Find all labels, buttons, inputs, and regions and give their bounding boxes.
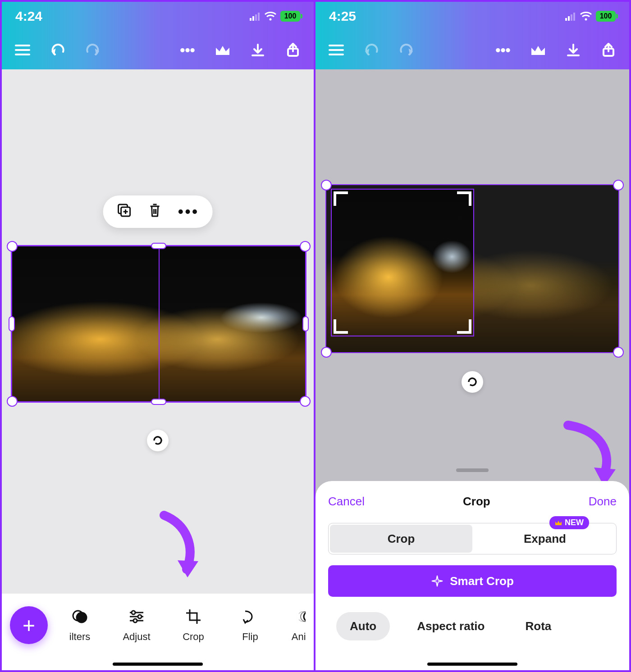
svg-rect-3	[258, 13, 260, 21]
status-bar: 4:25 100	[316, 2, 629, 31]
resize-handle-tl[interactable]	[7, 241, 18, 252]
svg-point-17	[77, 613, 87, 622]
sheet-grabber[interactable]	[456, 468, 489, 472]
redo-icon[interactable]	[397, 40, 416, 60]
home-indicator[interactable]	[427, 663, 517, 666]
tool-label: ilters	[69, 631, 90, 643]
svg-point-23	[133, 619, 137, 622]
resize-handle-bl[interactable]	[7, 396, 18, 407]
svg-rect-1	[252, 16, 254, 21]
filters-icon	[72, 608, 88, 626]
redo-icon[interactable]	[83, 40, 103, 60]
undo-icon[interactable]	[48, 40, 68, 60]
resize-handle-tr[interactable]	[300, 241, 311, 252]
svg-point-24	[304, 612, 306, 622]
crop-image-bounds[interactable]	[325, 184, 619, 353]
crop-selection[interactable]	[331, 189, 474, 336]
tool-label: Adjust	[123, 631, 150, 643]
new-badge-label: NEW	[565, 518, 584, 527]
tab-rotate[interactable]: Rota	[512, 612, 565, 640]
sparkle-icon	[431, 575, 444, 587]
tool-label: Flip	[242, 631, 258, 643]
segment-expand[interactable]: Expand	[474, 523, 616, 554]
resize-handle-br[interactable]	[613, 347, 624, 358]
cancel-button[interactable]: Cancel	[328, 495, 365, 509]
crop-tabs: Auto Aspect ratio Rota	[324, 612, 621, 640]
share-icon[interactable]	[599, 40, 618, 60]
crop-corner-tr[interactable]	[457, 191, 471, 206]
crop-corner-br[interactable]	[457, 319, 471, 334]
resize-edge-bottom[interactable]	[151, 399, 166, 405]
trash-icon[interactable]	[148, 203, 162, 221]
wifi-icon	[264, 9, 277, 24]
tool-animate[interactable]: Animat	[279, 608, 306, 643]
resize-edge-top[interactable]	[151, 243, 166, 249]
flip-icon	[242, 608, 258, 626]
tool-label: Animat	[292, 631, 306, 643]
crop-sheet: Cancel Crop Done Crop Expand NEW Smart C…	[316, 481, 629, 670]
svg-point-31	[585, 18, 587, 21]
crown-icon[interactable]	[213, 40, 233, 60]
bottom-toolbar: + ilters Adjust Crop	[2, 594, 314, 670]
download-icon[interactable]	[563, 40, 583, 60]
resize-edge-right[interactable]	[302, 316, 309, 331]
animate-icon	[299, 608, 306, 626]
share-icon[interactable]	[283, 40, 303, 60]
resize-edge-left[interactable]	[9, 316, 15, 331]
segment-crop[interactable]: Crop	[330, 525, 472, 553]
clock: 4:25	[329, 9, 356, 24]
svg-rect-30	[573, 13, 575, 21]
new-badge: NEW	[549, 516, 589, 529]
tool-adjust[interactable]: Adjust	[108, 608, 165, 643]
download-icon[interactable]	[248, 40, 268, 60]
svg-rect-27	[565, 18, 567, 21]
svg-rect-2	[255, 14, 257, 21]
tab-auto[interactable]: Auto	[336, 612, 390, 640]
crop-icon	[185, 608, 201, 626]
more-icon[interactable]: •••	[493, 40, 513, 60]
tool-filters[interactable]: ilters	[51, 608, 108, 643]
more-icon[interactable]: •••	[178, 40, 197, 60]
status-icons: 100	[250, 9, 300, 24]
image-bright	[332, 190, 473, 336]
svg-point-19	[132, 611, 135, 614]
annotation-arrow	[160, 511, 214, 589]
resize-handle-tl[interactable]	[321, 180, 332, 191]
resize-handle-bl[interactable]	[321, 347, 332, 358]
resize-handle-tr[interactable]	[613, 180, 624, 191]
context-more-icon[interactable]: •••	[178, 204, 199, 220]
resize-handle-br[interactable]	[300, 396, 311, 407]
duplicate-icon[interactable]	[117, 203, 132, 221]
selected-image[interactable]	[11, 245, 306, 403]
battery-icon: 100	[596, 11, 616, 22]
home-indicator[interactable]	[113, 663, 203, 666]
smart-crop-label: Smart Crop	[450, 574, 514, 588]
wifi-icon	[580, 9, 592, 24]
rotate-button[interactable]	[462, 371, 483, 393]
crown-icon	[555, 520, 562, 526]
menu-icon[interactable]	[326, 40, 346, 60]
tool-label: Crop	[183, 631, 204, 643]
svg-rect-28	[568, 16, 570, 21]
svg-rect-0	[250, 18, 251, 21]
svg-point-4	[270, 18, 272, 21]
cellular-icon	[250, 9, 261, 24]
clock: 4:24	[15, 9, 42, 24]
crown-icon[interactable]	[528, 40, 548, 60]
menu-icon[interactable]	[13, 40, 32, 60]
tool-crop[interactable]: Crop	[165, 608, 222, 643]
undo-icon[interactable]	[361, 40, 381, 60]
tool-flip[interactable]: Flip	[222, 608, 279, 643]
add-button[interactable]: +	[10, 606, 48, 644]
tab-aspect-ratio[interactable]: Aspect ratio	[403, 612, 498, 640]
svg-point-21	[138, 615, 142, 618]
crop-corner-tl[interactable]	[334, 191, 348, 206]
center-guide	[159, 246, 160, 401]
smart-crop-button[interactable]: Smart Crop	[328, 565, 617, 597]
rotate-button[interactable]	[147, 430, 169, 451]
mode-segmented: Crop Expand NEW	[328, 523, 617, 554]
screenshot-left: 4:24 100	[2, 2, 316, 670]
done-button[interactable]: Done	[589, 495, 617, 509]
crop-corner-bl[interactable]	[334, 319, 348, 334]
cellular-icon	[565, 9, 576, 24]
